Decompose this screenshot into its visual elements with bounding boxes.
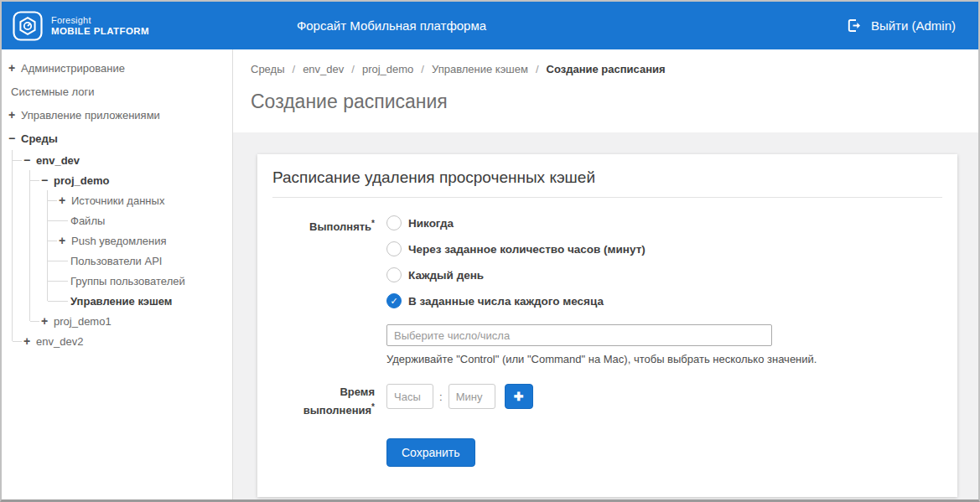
expand-plus-icon[interactable]: + bbox=[8, 109, 20, 121]
tree-item-proj-demo[interactable]: − proj_demo bbox=[30, 170, 232, 190]
expand-plus-icon[interactable]: + bbox=[23, 335, 35, 347]
radio-circle-icon[interactable] bbox=[386, 241, 402, 256]
expand-plus-icon[interactable]: + bbox=[41, 315, 53, 327]
breadcrumb-separator: / bbox=[421, 63, 424, 75]
required-mark: * bbox=[371, 402, 375, 411]
content-area: Расписание удаления просроченных кэшей В… bbox=[233, 132, 978, 499]
tree-item-app-management[interactable]: + Управление приложениями bbox=[2, 103, 232, 127]
tree-item-env-dev[interactable]: − env_dev bbox=[13, 150, 232, 170]
breadcrumb-proj-demo[interactable]: proj_demo bbox=[362, 63, 413, 75]
save-button[interactable]: Сохранить bbox=[386, 438, 475, 467]
days-select-input[interactable] bbox=[386, 324, 772, 346]
expand-plus-icon[interactable]: + bbox=[59, 194, 70, 206]
expand-plus-icon[interactable]: + bbox=[8, 62, 20, 74]
app-title: Форсайт Мобильная платформа bbox=[297, 18, 486, 33]
radio-option-given-days-of-month[interactable]: ✓ В заданные числа каждого месяца bbox=[386, 293, 942, 308]
breadcrumb-separator: / bbox=[536, 63, 539, 75]
tree-item-proj-demo1[interactable]: + proj_demo1 bbox=[30, 311, 232, 331]
collapse-minus-icon[interactable]: − bbox=[8, 132, 20, 144]
radio-option-never[interactable]: Никогда bbox=[386, 215, 942, 230]
logo-line1: Foresight bbox=[51, 15, 149, 25]
collapse-minus-icon[interactable]: − bbox=[23, 154, 35, 166]
schedule-form: Выполнять* Никогда Через заданное количе… bbox=[272, 215, 942, 467]
breadcrumb-separator: / bbox=[351, 63, 355, 75]
minutes-input[interactable] bbox=[449, 384, 495, 409]
card-title: Расписание удаления просроченных кэшей bbox=[272, 168, 942, 198]
add-time-button[interactable]: ✚ bbox=[505, 384, 533, 409]
breadcrumb-cache-management[interactable]: Управление кэшем bbox=[432, 63, 528, 75]
logout-button[interactable]: Выйти (Admin) bbox=[846, 18, 956, 34]
app-window: Foresight MOBILE PLATFORM Форсайт Мобиль… bbox=[0, 0, 980, 502]
navigation-tree: + Администрирование Системные логи + Упр… bbox=[2, 49, 233, 499]
tree-item-cache-management[interactable]: Управление кэшем bbox=[48, 291, 232, 311]
breadcrumb-environments[interactable]: Среды bbox=[251, 63, 285, 75]
required-mark: * bbox=[371, 219, 375, 228]
plus-icon: ✚ bbox=[514, 390, 524, 403]
time-colon: : bbox=[439, 391, 443, 403]
radio-checked-icon[interactable]: ✓ bbox=[386, 293, 402, 308]
tree-item-environments[interactable]: − Среды bbox=[2, 127, 232, 150]
logo-line2: MOBILE PLATFORM bbox=[51, 26, 149, 36]
radio-circle-icon[interactable] bbox=[386, 267, 402, 282]
foresight-logo-icon bbox=[13, 11, 43, 41]
tree-item-administration[interactable]: + Администрирование bbox=[2, 56, 232, 80]
breadcrumb-current: Создание расписания bbox=[547, 63, 666, 75]
tree-item-system-logs[interactable]: Системные логи bbox=[2, 80, 232, 103]
tree-group-proj-demo: + Источники данных Файлы + Push уведомле… bbox=[47, 190, 232, 311]
execute-label: Выполнять* bbox=[272, 215, 375, 365]
collapse-minus-icon[interactable]: − bbox=[41, 174, 53, 186]
tree-item-user-groups[interactable]: Группы пользователей bbox=[48, 271, 232, 291]
breadcrumb-separator: / bbox=[293, 63, 296, 75]
logo-text: Foresight MOBILE PLATFORM bbox=[51, 15, 149, 36]
radio-option-every-n-hours[interactable]: Через заданное количество часов (минут) bbox=[386, 241, 942, 256]
app-logo: Foresight MOBILE PLATFORM bbox=[13, 11, 149, 41]
page-title: Создание расписания bbox=[251, 91, 978, 113]
tree-item-data-sources[interactable]: + Источники данных bbox=[48, 190, 232, 210]
tree-item-api-users[interactable]: Пользователи API bbox=[48, 251, 232, 271]
logout-icon bbox=[846, 18, 862, 34]
tree-group-env-dev: − proj_demo + Источники данных Файлы + bbox=[29, 170, 232, 331]
tree-item-files[interactable]: Файлы bbox=[48, 210, 232, 230]
multiselect-help-text: Удерживайте "Control" (или "Command" на … bbox=[386, 353, 942, 365]
hours-input[interactable] bbox=[386, 384, 433, 409]
expand-plus-icon[interactable]: + bbox=[59, 235, 70, 246]
logout-label: Выйти (Admin) bbox=[871, 18, 956, 33]
top-header: Foresight MOBILE PLATFORM Форсайт Мобиль… bbox=[2, 2, 978, 49]
content-header: Среды / env_dev / proj_demo / Управление… bbox=[233, 49, 978, 132]
tree-group-environments: − env_dev − proj_demo + Источники данных bbox=[12, 150, 232, 351]
tree-item-env-dev2[interactable]: + env_dev2 bbox=[13, 331, 232, 351]
execution-time-label: Время выполнения* bbox=[272, 384, 375, 418]
radio-circle-icon[interactable] bbox=[386, 215, 402, 230]
schedule-form-card: Расписание удаления просроченных кэшей В… bbox=[257, 154, 957, 497]
breadcrumb-env-dev[interactable]: env_dev bbox=[303, 63, 344, 75]
radio-option-every-day[interactable]: Каждый день bbox=[386, 267, 942, 282]
tree-item-push-notifications[interactable]: + Push уведомления bbox=[48, 230, 232, 251]
breadcrumb: Среды / env_dev / proj_demo / Управление… bbox=[251, 63, 978, 75]
